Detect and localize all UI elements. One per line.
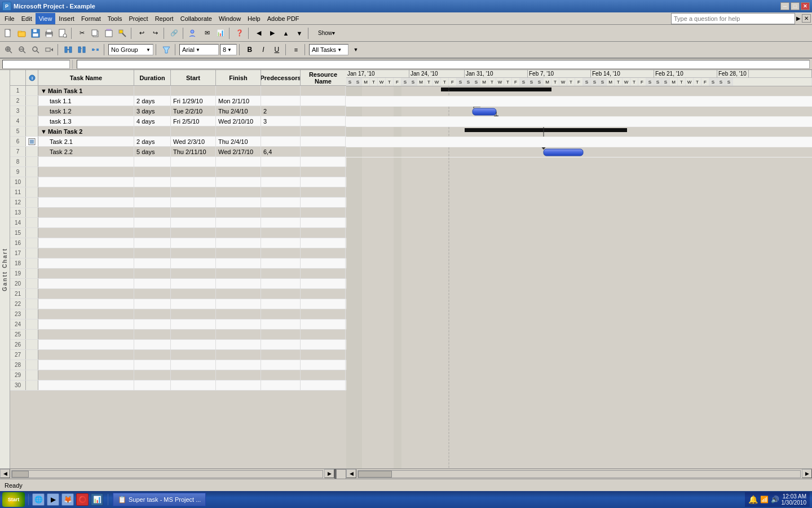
hyperlink-button[interactable]: 🔗	[168, 27, 180, 40]
col-resource[interactable]: Resource Name	[301, 70, 346, 85]
menu-project[interactable]: Project	[125, 13, 151, 24]
menu-view[interactable]: View	[36, 13, 56, 24]
table-row[interactable]: 6 Task 2.1 2 days Wed 2/3/10 Thu 2/4/10	[10, 137, 346, 147]
filter-apply[interactable]: ▼	[350, 43, 362, 56]
help-button[interactable]: ❓	[233, 27, 246, 40]
col-start[interactable]: Start	[171, 70, 216, 85]
redo-button[interactable]: ↪	[149, 27, 161, 40]
group-dropdown-container[interactable]: No Group ▼	[108, 44, 153, 55]
scroll-right-1[interactable]: ▶	[266, 27, 279, 40]
chart-scroll-left-arrow[interactable]: ◀	[346, 469, 356, 478]
font-selector[interactable]: Arial ▼	[179, 44, 219, 55]
collapse-icon[interactable]: ▼	[41, 87, 47, 94]
underline-button[interactable]: U	[271, 43, 283, 56]
italic-button[interactable]: I	[257, 43, 270, 56]
chart-hscroll-thumb[interactable]	[358, 471, 392, 478]
table-row[interactable]: 2 task 1.1 2 days Fri 1/29/10 Mon 2/1/10	[10, 96, 346, 106]
scroll-up[interactable]: ▲	[280, 27, 292, 40]
scroll-left-arrow[interactable]: ◀	[0, 469, 10, 478]
menu-insert[interactable]: Insert	[55, 13, 78, 24]
new-button[interactable]	[2, 27, 15, 40]
menu-file[interactable]: File	[1, 13, 18, 24]
ie-icon[interactable]: 🌐	[32, 493, 45, 506]
task-unlink-button[interactable]	[76, 43, 88, 56]
save-button[interactable]	[29, 27, 42, 40]
table-row[interactable]: 13	[10, 208, 346, 218]
col-duration[interactable]: Duration	[134, 70, 171, 85]
zoom-in-button[interactable]	[2, 43, 15, 56]
copy-button[interactable]	[89, 27, 102, 40]
table-row[interactable]: 3 task 1.2 3 days Tue 2/2/10 Thu 2/4/10 …	[10, 106, 346, 116]
scroll-left-1[interactable]: ◀	[253, 27, 265, 40]
table-row[interactable]: 22	[10, 299, 346, 309]
task-id-box[interactable]	[2, 60, 70, 69]
help-input[interactable]	[671, 13, 795, 24]
zoom-out-button[interactable]	[16, 43, 28, 56]
table-row[interactable]: 24	[10, 319, 346, 330]
filter-tasks-button[interactable]	[160, 43, 173, 56]
menu-edit[interactable]: Edit	[18, 13, 36, 24]
align-button[interactable]: ≡	[290, 43, 302, 56]
close-button[interactable]: ✕	[801, 2, 810, 10]
table-row[interactable]: 7 Task 2.2 5 days Thu 2/11/10 Wed 2/17/1…	[10, 147, 346, 157]
table-row[interactable]: 25	[10, 330, 346, 340]
media-icon[interactable]: ▶	[47, 493, 59, 506]
open-button[interactable]	[16, 27, 28, 40]
table-row[interactable]: 20	[10, 279, 346, 289]
paste-button[interactable]	[103, 27, 115, 40]
table-row[interactable]: 12	[10, 198, 346, 208]
minimize-button[interactable]: ─	[780, 2, 789, 10]
col-finish[interactable]: Finish	[216, 70, 261, 85]
table-row[interactable]: 27	[10, 350, 346, 360]
filter-dropdown[interactable]: All Tasks ▼	[309, 44, 348, 55]
menu-format[interactable]: Format	[78, 13, 104, 24]
table-row[interactable]: 15	[10, 228, 346, 238]
maximize-button[interactable]: □	[791, 2, 800, 10]
table-row[interactable]: 29	[10, 370, 346, 380]
table-row[interactable]: 1 ▼ Main Task 1	[10, 86, 346, 96]
task-link-button[interactable]	[62, 43, 74, 56]
undo-button[interactable]: ↩	[135, 27, 148, 40]
preview-button[interactable]	[56, 27, 69, 40]
show-dropdown[interactable]: Show▾	[312, 27, 341, 40]
menu-adobe[interactable]: Adobe PDF	[264, 13, 303, 24]
scroll-down[interactable]: ▼	[293, 27, 306, 40]
hscroll-thumb[interactable]	[12, 471, 29, 478]
print-button[interactable]	[43, 27, 55, 40]
chart-scroll-right-arrow[interactable]: ▶	[802, 469, 812, 478]
active-window-btn[interactable]: 📋 Super task - MS Project ...	[113, 493, 206, 506]
col-task-name[interactable]: Task Name	[38, 70, 134, 85]
table-row[interactable]: 30	[10, 380, 346, 391]
menu-report[interactable]: Report	[152, 13, 177, 24]
help-arrow[interactable]: ▶	[796, 15, 801, 21]
formula-input[interactable]	[77, 60, 810, 69]
table-row[interactable]: 18	[10, 259, 346, 269]
cut-button[interactable]: ✂	[76, 27, 88, 40]
table-row[interactable]: 21	[10, 289, 346, 299]
project-icon[interactable]: 📊	[91, 493, 103, 506]
table-row[interactable]: 19	[10, 269, 346, 279]
font-size-selector[interactable]: 8 ▼	[220, 44, 237, 55]
collapse-icon[interactable]: ▼	[41, 128, 47, 135]
email-button[interactable]: ✉	[201, 27, 213, 40]
table-row[interactable]: 23	[10, 309, 346, 319]
zoom-all-button[interactable]	[29, 43, 42, 56]
split-task-button[interactable]	[89, 43, 102, 56]
format-painter[interactable]	[116, 27, 129, 40]
table-row[interactable]: 5 ▼ Main Task 2	[10, 126, 346, 137]
firefox-icon[interactable]: 🦊	[61, 493, 74, 506]
col-predecessors[interactable]: Predecessors	[261, 70, 301, 85]
table-row[interactable]: 26	[10, 340, 346, 350]
start-button[interactable]: Start	[2, 492, 25, 507]
scroll-to-task-button[interactable]	[43, 43, 55, 56]
chart-hscroll-track[interactable]	[358, 470, 801, 478]
menu-collaborate[interactable]: Collaborate	[177, 13, 215, 24]
assign-resources[interactable]	[187, 27, 200, 40]
table-row[interactable]: 11	[10, 187, 346, 198]
table-row[interactable]: 28	[10, 360, 346, 370]
chrome-icon[interactable]: ⭕	[76, 493, 89, 506]
table-row[interactable]: 4 task 1.3 4 days Fri 2/5/10 Wed 2/10/10…	[10, 116, 346, 126]
table-row[interactable]: 10	[10, 177, 346, 187]
table-row[interactable]: 16	[10, 238, 346, 248]
table-row[interactable]: 8	[10, 157, 346, 167]
